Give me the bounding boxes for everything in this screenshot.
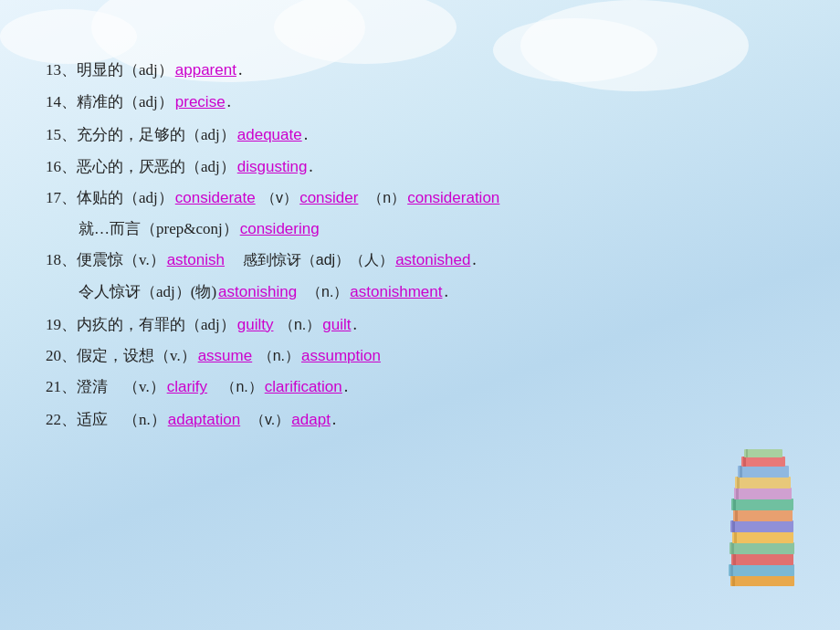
book-2-spine xyxy=(730,564,733,576)
book-11-spine xyxy=(740,466,742,478)
word-astonishing: astonishing xyxy=(218,278,297,306)
line-17-zh: 17、体贴的（adj） xyxy=(46,184,173,212)
line-13-zh: 13、明显的（adj） xyxy=(46,56,173,84)
line-16: 16、恶心的，厌恶的（adj） disgusting . xyxy=(46,152,794,182)
word-considering: considering xyxy=(240,215,320,243)
word-adaptation: adaptation xyxy=(168,405,240,434)
line-21-label-n: （n.） xyxy=(209,373,263,401)
word-adapt: adapt xyxy=(291,405,331,434)
book-stack-svg xyxy=(721,447,803,593)
word-adequate: adequate xyxy=(237,121,302,149)
word-assume: assume xyxy=(198,341,253,370)
book-9 xyxy=(734,488,792,499)
book-10 xyxy=(735,477,791,488)
line-17-indent-zh: 就…而言（prep&conj） xyxy=(79,215,238,243)
line-16-zh: 16、恶心的，厌恶的（adj） xyxy=(46,152,236,181)
book-4-spine xyxy=(731,542,734,554)
line-14-dot: . xyxy=(227,87,232,117)
line-18-indent-zh: 令人惊讶（adj）(物) xyxy=(79,278,216,306)
book-12-spine xyxy=(743,457,746,467)
book-7 xyxy=(733,509,793,521)
line-15-dot: . xyxy=(304,120,309,150)
word-guilt: guilt xyxy=(322,310,351,339)
line-21-zh: 21、澄清 （v.） xyxy=(46,373,165,401)
line-19-dot: . xyxy=(352,310,357,340)
book-13-spine xyxy=(746,449,748,457)
line-22: 22、适应 （n.） adaptation （v.） adapt . xyxy=(46,404,794,435)
word-considerate: considerate xyxy=(175,184,256,212)
book-3 xyxy=(731,553,793,565)
line-18-zh: 18、便震惊（v.） xyxy=(46,246,165,274)
word-astonish: astonish xyxy=(167,246,225,274)
line-14: 14、精准的（adj） precise . xyxy=(46,87,794,117)
line-18-label-adj: 感到惊讶（adj）（人） xyxy=(226,247,394,274)
book-11 xyxy=(738,466,789,478)
word-guilty: guilty xyxy=(237,310,274,339)
line-19: 19、内疚的，有罪的（adj） guilty （n.） guilt . xyxy=(46,310,794,340)
word-precise: precise xyxy=(175,88,226,116)
word-astonished: astonished xyxy=(395,246,470,274)
book-13 xyxy=(744,449,782,457)
word-assumption: assumption xyxy=(301,341,381,370)
book-8-spine xyxy=(733,499,736,510)
line-15-zh: 15、充分的，足够的（adj） xyxy=(46,121,236,149)
book-7-spine xyxy=(735,509,738,521)
line-17-indent: 就…而言（prep&conj） considering xyxy=(46,215,794,243)
book-10-spine xyxy=(737,477,740,488)
book-2 xyxy=(729,564,794,576)
book-12 xyxy=(741,457,785,467)
book-1 xyxy=(730,575,794,586)
book-1-spine xyxy=(732,575,735,586)
word-disgusting: disgusting xyxy=(237,152,308,181)
book-6-spine xyxy=(732,520,735,532)
line-17-label-v: （v） xyxy=(257,184,298,212)
book-5 xyxy=(732,531,793,543)
line-20-label-n: （n.） xyxy=(254,342,299,370)
line-16-dot: . xyxy=(309,152,313,182)
line-21: 21、澄清 （v.） clarify （n.） clarification . xyxy=(46,372,794,402)
line-13-dot: . xyxy=(238,55,243,85)
word-clarify: clarify xyxy=(167,373,207,401)
book-9-spine xyxy=(736,488,739,499)
line-15: 15、充分的，足够的（adj） adequate . xyxy=(46,120,794,150)
book-6 xyxy=(730,520,793,532)
word-clarification: clarification xyxy=(265,373,342,401)
vocabulary-content: 13、明显的（adj） apparent . 14、精准的（adj） preci… xyxy=(46,55,794,436)
word-consider: consider xyxy=(299,184,358,212)
line-19-zh: 19、内疚的，有罪的（adj） xyxy=(46,310,236,339)
line-22-dot: . xyxy=(332,404,337,435)
book-8 xyxy=(731,499,793,510)
line-13: 13、明显的（adj） apparent . xyxy=(46,55,794,85)
line-18-dot: . xyxy=(472,245,477,275)
line-18-indent: 令人惊讶（adj）(物) astonishing （n.） astonishme… xyxy=(46,277,794,307)
line-18-indent-dot: . xyxy=(444,277,448,307)
line-21-dot: . xyxy=(344,372,349,402)
word-consideration: consideration xyxy=(407,184,499,212)
word-apparent: apparent xyxy=(175,56,236,84)
line-19-label-n: （n.） xyxy=(275,311,320,339)
line-22-label-v: （v.） xyxy=(242,406,289,434)
line-20: 20、假定，设想（v.） assume （n.） assumption xyxy=(46,341,794,370)
line-18-indent-label-n: （n.） xyxy=(299,278,348,306)
book-5-spine xyxy=(734,531,737,543)
line-17: 17、体贴的（adj） considerate （v） consider （n）… xyxy=(46,184,794,212)
line-22-zh: 22、适应 （n.） xyxy=(46,405,166,434)
book-4 xyxy=(730,542,794,554)
line-14-zh: 14、精准的（adj） xyxy=(46,88,173,116)
book-stack-image xyxy=(721,447,803,593)
line-17-label-n: （n） xyxy=(360,184,405,212)
line-20-zh: 20、假定，设想（v.） xyxy=(46,341,196,370)
book-3-spine xyxy=(733,553,736,565)
line-18: 18、便震惊（v.） astonish 感到惊讶（adj）（人） astonis… xyxy=(46,245,794,275)
word-astonishment: astonishment xyxy=(350,278,442,306)
